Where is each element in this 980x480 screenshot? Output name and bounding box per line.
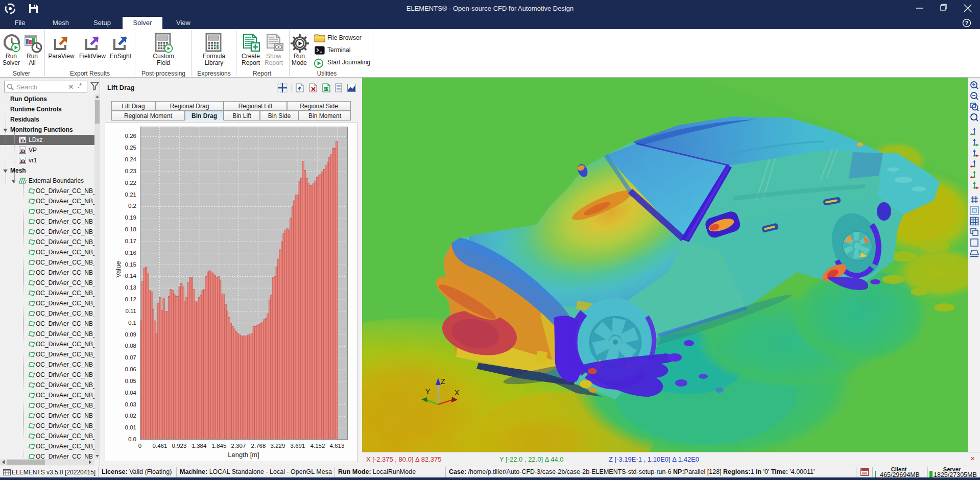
svg-text:?: ? [965, 20, 969, 26]
svg-text:X: X [455, 389, 460, 397]
svg-text:XLS: XLS [323, 88, 329, 91]
svg-text:Z: Z [441, 377, 445, 386]
svg-text:Y: Y [425, 388, 431, 396]
